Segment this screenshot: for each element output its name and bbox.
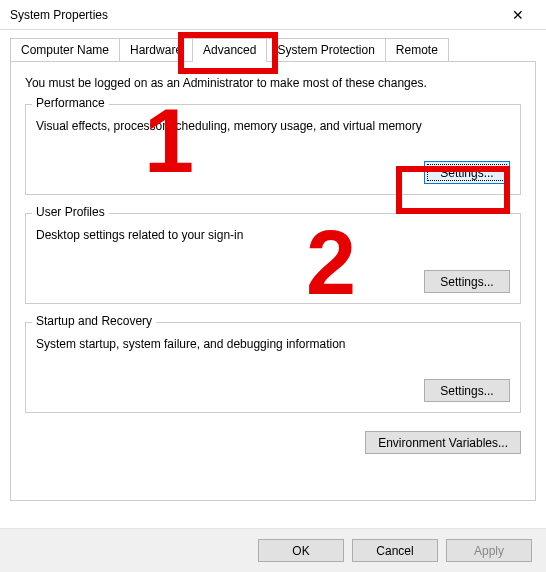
group-performance-title: Performance	[32, 96, 109, 110]
environment-variables-button[interactable]: Environment Variables...	[365, 431, 521, 454]
tabstrip: Computer Name Hardware Advanced System P…	[10, 38, 536, 62]
performance-settings-button[interactable]: Settings...	[424, 161, 510, 184]
dialog-footer: OK Cancel Apply	[0, 528, 546, 572]
titlebar: System Properties ✕	[0, 0, 546, 30]
tab-system-protection[interactable]: System Protection	[267, 38, 385, 62]
dialog-body: Computer Name Hardware Advanced System P…	[0, 30, 546, 511]
close-icon: ✕	[512, 7, 524, 23]
group-user-profiles: User Profiles Desktop settings related t…	[25, 213, 521, 304]
group-user-profiles-title: User Profiles	[32, 205, 109, 219]
apply-button[interactable]: Apply	[446, 539, 532, 562]
group-startup-desc: System startup, system failure, and debu…	[36, 337, 510, 351]
window-title: System Properties	[10, 8, 108, 22]
tabpage-advanced: You must be logged on as an Administrato…	[10, 61, 536, 501]
tab-computer-name[interactable]: Computer Name	[10, 38, 120, 62]
group-performance: Performance Visual effects, processor sc…	[25, 104, 521, 195]
group-performance-desc: Visual effects, processor scheduling, me…	[36, 119, 510, 133]
user-profiles-settings-button[interactable]: Settings...	[424, 270, 510, 293]
startup-settings-button[interactable]: Settings...	[424, 379, 510, 402]
group-startup-title: Startup and Recovery	[32, 314, 156, 328]
cancel-button[interactable]: Cancel	[352, 539, 438, 562]
admin-note: You must be logged on as an Administrato…	[25, 76, 521, 90]
group-user-profiles-desc: Desktop settings related to your sign-in	[36, 228, 510, 242]
ok-button[interactable]: OK	[258, 539, 344, 562]
group-startup-recovery: Startup and Recovery System startup, sys…	[25, 322, 521, 413]
tab-advanced[interactable]: Advanced	[193, 38, 267, 62]
tab-remote[interactable]: Remote	[386, 38, 449, 62]
close-button[interactable]: ✕	[498, 1, 538, 29]
tab-hardware[interactable]: Hardware	[120, 38, 193, 62]
